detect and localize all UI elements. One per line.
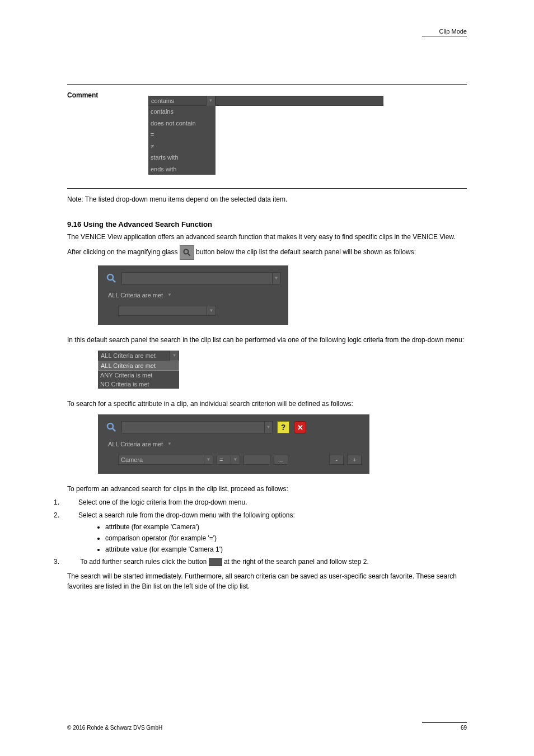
svg-point-4 <box>107 423 113 429</box>
add-rule-button: + <box>209 558 222 566</box>
attribute-select[interactable]: ▼ <box>118 306 216 316</box>
step-text: To add further search rules click the bu… <box>80 558 208 566</box>
chevron-down-icon: ▼ <box>206 96 215 106</box>
copyright: © 2016 Rohde & Schwarz DVS GmbH <box>67 725 162 731</box>
criteria-select[interactable]: ALL Criteria are met ▼ <box>106 290 190 300</box>
chevron-down-icon: ▼ <box>165 290 174 300</box>
list-item: attribute (for example 'Camera') <box>105 522 467 532</box>
procedure-list: 1.Select one of the logic criteria from … <box>67 497 467 568</box>
search-panel-default-figure: ▼ ALL Criteria are met ▼ ▼ <box>67 265 467 325</box>
search-input[interactable]: ▼ <box>121 421 273 433</box>
close-icon[interactable]: ✕ <box>294 421 306 433</box>
list-item[interactable]: ends with <box>148 164 216 175</box>
running-head-label: Clip Mode <box>439 28 467 35</box>
page-number: 69 <box>461 725 467 731</box>
contains-dropdown-figure: contains ▼ contains does not contain = ≠… <box>148 96 383 175</box>
svg-line-3 <box>113 279 115 282</box>
list-item[interactable]: = <box>148 129 216 141</box>
search-icon <box>106 422 117 433</box>
list-item: 3. To add further search rules click the… <box>67 557 467 567</box>
attribute-select-label: Camera <box>119 456 204 463</box>
more-button[interactable]: … <box>274 455 288 465</box>
search-input[interactable]: ▼ <box>121 272 280 284</box>
body-text: To perform an advanced search for clips … <box>67 484 467 494</box>
note-text: Note: The listed drop-down menu items de… <box>67 194 467 204</box>
list-item[interactable]: ALL Criteria are met <box>98 361 179 371</box>
operator-select[interactable]: = ▼ <box>217 455 240 465</box>
criteria-dropdown-figure: ALL Criteria are met ▼ ALL Criteria are … <box>98 351 179 389</box>
chevron-down-icon[interactable]: ▼ <box>264 421 272 433</box>
list-item[interactable]: contains <box>148 106 216 118</box>
chevron-down-icon: ▼ <box>165 439 174 449</box>
svg-point-0 <box>184 249 188 254</box>
contains-select-label: contains <box>149 96 206 106</box>
rule-bottom <box>67 188 467 189</box>
criteria-select-expanded[interactable]: ALL Criteria are met ▼ <box>98 351 179 361</box>
attribute-select[interactable]: Camera ▼ <box>118 455 213 465</box>
body-text: The VENICE View application offers an ad… <box>67 232 467 242</box>
chevron-down-icon: ▼ <box>204 455 213 465</box>
step-text: at the right of the search panel and fol… <box>224 558 369 566</box>
rule-top <box>67 84 467 85</box>
list-item: comparison operator (for example '=') <box>105 533 467 543</box>
list-item[interactable]: does not contain <box>148 118 216 129</box>
contains-select[interactable]: contains ▼ <box>148 96 216 106</box>
list-item[interactable]: ≠ <box>148 141 216 152</box>
body-text: After clicking on the magnifying glass <box>67 248 180 256</box>
operator-select-label: = <box>217 456 231 463</box>
search-icon <box>106 273 117 284</box>
table-row: Comment contains ▼ contains does not con… <box>67 90 467 185</box>
row-label-comment: Comment <box>67 90 148 185</box>
criteria-select[interactable]: ALL Criteria are met ▼ <box>106 439 190 449</box>
chevron-down-icon: ▼ <box>231 455 240 465</box>
section-heading-9-16: 9.16 Using the Advanced Search Function <box>67 220 467 228</box>
body-text: The search will be started immediately. … <box>67 571 467 591</box>
list-item: 1.Select one of the logic criteria from … <box>67 497 467 508</box>
search-icon <box>180 245 194 260</box>
svg-line-5 <box>113 428 115 431</box>
remove-rule-button[interactable]: - <box>329 455 344 465</box>
help-icon[interactable]: ? <box>277 421 289 433</box>
chevron-down-icon: ▼ <box>170 351 179 361</box>
body-text: In this default search panel the search … <box>67 335 467 345</box>
step-text: Select a search rule from the drop-down … <box>78 511 295 519</box>
svg-point-2 <box>107 274 113 280</box>
chevron-down-icon[interactable]: ▼ <box>272 272 280 284</box>
step-text: Select one of the logic criteria from th… <box>78 498 247 506</box>
contains-value-input[interactable] <box>216 96 383 106</box>
list-item[interactable]: starts with <box>148 152 216 164</box>
chevron-down-icon: ▼ <box>207 306 216 316</box>
list-item: attribute value (for example 'Camera 1') <box>105 544 467 554</box>
svg-line-1 <box>188 254 190 256</box>
list-item[interactable]: NO Criteria is met <box>98 380 179 389</box>
list-item[interactable]: ANY Criteria is met <box>98 371 179 380</box>
body-text: To search for a specific attribute in a … <box>67 399 467 409</box>
step-options: attribute (for example 'Camera') compari… <box>105 522 467 554</box>
criteria-select-label: ALL Criteria are met <box>106 441 165 447</box>
list-item: 2.Select a search rule from the drop-dow… <box>67 510 467 554</box>
value-input[interactable] <box>243 455 270 465</box>
criteria-select-label: ALL Criteria are met <box>99 352 170 359</box>
criteria-select-label: ALL Criteria are met <box>106 292 165 298</box>
body-text: button below the clip list the default s… <box>196 248 416 256</box>
criteria-option-list: ALL Criteria are met ANY Criteria is met… <box>98 361 179 389</box>
page-footer: © 2016 Rohde & Schwarz DVS GmbH 69 <box>67 722 467 731</box>
contains-option-list: contains does not contain = ≠ starts wit… <box>148 106 216 175</box>
footer-rule <box>422 722 467 723</box>
add-rule-button[interactable]: + <box>347 455 362 465</box>
search-panel-rule-figure: ▼ ? ✕ ALL Criteria are met ▼ Camera ▼ <box>67 414 467 474</box>
running-head-line <box>422 36 467 36</box>
running-head: Clip Mode <box>422 28 467 36</box>
body-text: After clicking on the magnifying glass b… <box>67 245 467 260</box>
